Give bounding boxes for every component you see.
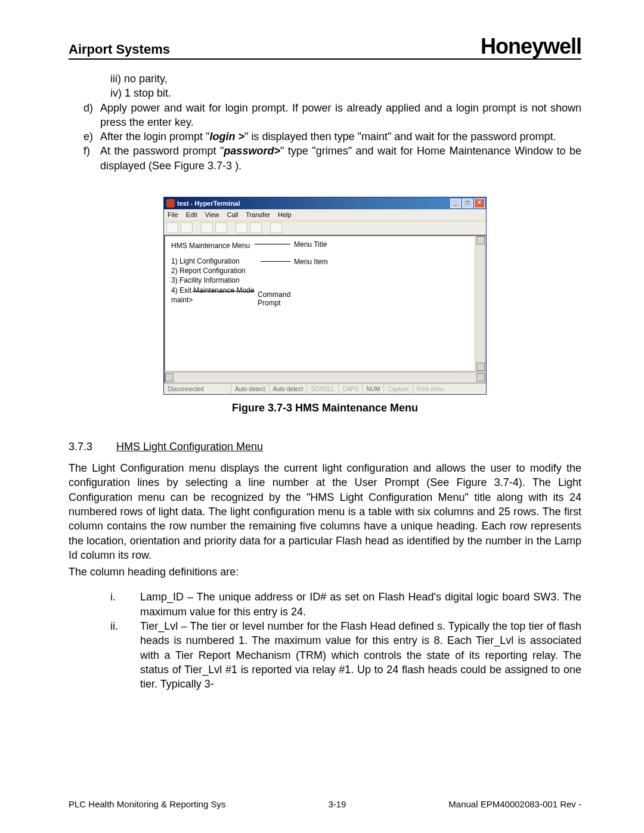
minimize-button[interactable]: _	[450, 199, 461, 208]
terminal-content[interactable]: HMS Maintenance Menu 1) Light Configurat…	[164, 235, 475, 372]
sub-list: iii) no parity, iv) 1 stop bit.	[110, 72, 581, 101]
menu-help[interactable]: Help	[278, 211, 292, 218]
step-e: e) After the login prompt "login >" is d…	[83, 129, 581, 144]
toolbar-new-icon[interactable]	[166, 222, 178, 233]
status-echo: Print echo	[413, 384, 447, 395]
figure-caption: Figure 3.7-3 HMS Maintenance Menu	[69, 401, 581, 415]
menu-edit[interactable]: Edit	[186, 211, 197, 218]
def-item: ii. Tier_Lvl – The tier or level number …	[110, 619, 581, 691]
step-f: f) At the password prompt "password>" ty…	[83, 144, 581, 173]
callout-line	[192, 291, 255, 292]
footer-right: Manual EPM40002083-001 Rev -	[448, 799, 581, 809]
page: Airport Systems Honeywell iii) no parity…	[0, 0, 644, 833]
sub-item: iii) no parity,	[110, 72, 581, 86]
brand-logo: Honeywell	[481, 36, 581, 57]
window-titlebar[interactable]: test - HyperTerminal _ □ ×	[164, 197, 486, 209]
window-title: test - HyperTerminal	[177, 199, 449, 208]
status-caps: CAPS	[339, 384, 363, 395]
section-title: HMS Light Configuration Menu	[116, 439, 263, 454]
header-title: Airport Systems	[69, 42, 170, 57]
section-number: 3.7.3	[69, 439, 116, 454]
callout-menu-title: Menu Title	[294, 240, 327, 249]
definition-list: i. Lamp_ID – The unique address or ID# a…	[110, 590, 581, 691]
step-e-text: After the login prompt "login >" is disp…	[100, 129, 581, 144]
close-button[interactable]: ×	[474, 199, 485, 208]
menu-bar[interactable]: File Edit View Call Transfer Help	[164, 209, 486, 221]
status-bar: Disconnected Auto detect Auto detect SCR…	[164, 383, 486, 395]
footer-center: 3-19	[328, 799, 346, 809]
sub-item: iv) 1 stop bit.	[110, 86, 581, 100]
body: iii) no parity, iv) 1 stop bit. d) Apply…	[69, 72, 581, 691]
callout-menu-item: Menu Item	[294, 257, 328, 267]
app-icon	[166, 199, 175, 208]
menu-call[interactable]: Call	[227, 211, 239, 218]
toolbar-recv-icon[interactable]	[250, 222, 262, 233]
menu-view[interactable]: View	[205, 211, 219, 218]
paragraph: The column heading definitions are:	[69, 565, 581, 579]
status-detect1: Auto detect	[231, 384, 270, 395]
status-scroll: SCROLL	[307, 384, 339, 395]
toolbar-open-icon[interactable]	[181, 222, 193, 233]
scrollbar-vertical[interactable]	[475, 235, 486, 372]
footer-left: PLC Health Monitoring & Reporting Sys	[69, 799, 225, 809]
scrollbar-horizontal[interactable]	[164, 372, 486, 383]
callout-line	[255, 244, 290, 244]
step-d: d) Apply power and wait for login prompt…	[83, 101, 581, 130]
toolbar-send-icon[interactable]	[236, 222, 247, 233]
callout-prompt: Prompt	[258, 298, 281, 308]
status-detect2: Auto detect	[270, 384, 308, 395]
status-connection: Disconnected	[164, 384, 231, 395]
prompt-line: maint>	[171, 295, 469, 305]
toolbar-hangup-icon[interactable]	[215, 222, 227, 233]
toolbar-props-icon[interactable]	[270, 222, 282, 233]
maximize-button[interactable]: □	[462, 199, 473, 208]
page-footer: PLC Health Monitoring & Reporting Sys 3-…	[69, 799, 581, 809]
page-header: Airport Systems Honeywell	[69, 36, 581, 60]
paragraph: The Light Configuration menu displays th…	[69, 461, 581, 562]
callout-line	[261, 261, 290, 262]
menu-item: 4) Exit Maintenance Mode	[171, 286, 469, 295]
hyperterminal-window: test - HyperTerminal _ □ × File Edit Vie…	[163, 197, 487, 395]
status-capture: Capture	[384, 384, 413, 395]
section-heading: 3.7.3 HMS Light Configuration Menu	[69, 439, 581, 454]
step-f-text: At the password prompt "password>" type …	[100, 144, 581, 173]
menu-transfer[interactable]: Transfer	[246, 211, 270, 218]
def-item: i. Lamp_ID – The unique address or ID# a…	[110, 590, 581, 619]
menu-file[interactable]: File	[168, 211, 178, 218]
step-list: d) Apply power and wait for login prompt…	[83, 101, 581, 173]
menu-item: 2) Report Configuration	[171, 266, 469, 275]
toolbar	[164, 221, 486, 235]
status-num: NUM	[363, 384, 384, 395]
toolbar-call-icon[interactable]	[201, 222, 213, 233]
menu-item: 3) Facility Information	[171, 275, 469, 285]
